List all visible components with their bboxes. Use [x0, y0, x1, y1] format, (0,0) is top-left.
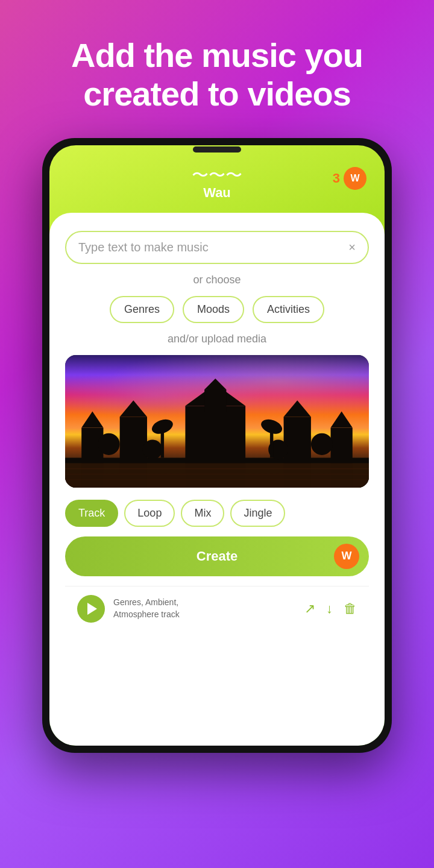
chip-moods[interactable]: Moods — [183, 296, 244, 323]
svg-marker-8 — [204, 379, 226, 389]
logo-wave-icon: 〜〜〜 — [192, 167, 242, 184]
create-icon: W — [334, 544, 359, 569]
media-image[interactable] — [65, 355, 369, 488]
credits-icon[interactable]: W — [344, 167, 366, 190]
tab-loop[interactable]: Loop — [124, 500, 175, 527]
phone-notch — [193, 146, 241, 153]
tab-track[interactable]: Track — [65, 500, 118, 527]
page-title-section: Add the music you created to videos — [0, 0, 434, 132]
tab-mix[interactable]: Mix — [181, 500, 224, 527]
download-icon[interactable]: ↓ — [326, 601, 333, 617]
search-clear-icon[interactable]: × — [348, 241, 356, 254]
svg-marker-4 — [120, 400, 147, 417]
svg-marker-12 — [331, 411, 353, 427]
logo-text: Wau — [203, 185, 231, 201]
chip-genres[interactable]: Genres — [110, 296, 174, 323]
credits-number: 3 — [333, 171, 340, 186]
white-content: Type text to make music × or choose Genr… — [49, 213, 385, 746]
play-icon — [87, 603, 97, 615]
phone-screen: 〜〜〜 Wau 3 W Type text to make music × — [49, 145, 385, 746]
upload-label: and/or upload media — [65, 333, 369, 345]
bottom-bar: Genres, Ambient, Atmosphere track ↗ ↓ 🗑 — [65, 586, 369, 631]
svg-rect-22 — [65, 463, 369, 488]
svg-rect-7 — [204, 389, 226, 411]
tab-jingle[interactable]: Jingle — [230, 500, 285, 527]
credits-badge[interactable]: 3 W — [333, 167, 366, 190]
delete-icon[interactable]: 🗑 — [344, 601, 357, 617]
svg-point-17 — [311, 433, 333, 454]
search-bar[interactable]: Type text to make music × — [65, 231, 369, 264]
app-content: 〜〜〜 Wau 3 W Type text to make music × — [49, 145, 385, 746]
share-icon[interactable]: ↗ — [304, 601, 315, 617]
or-choose-label: or choose — [65, 274, 369, 286]
svg-point-14 — [98, 433, 119, 454]
mode-tabs: Track Loop Mix Jingle — [65, 500, 369, 527]
svg-marker-10 — [284, 400, 311, 417]
create-label: Create — [197, 549, 237, 564]
track-info: Genres, Ambient, Atmosphere track — [113, 597, 296, 620]
chip-activities[interactable]: Activities — [253, 296, 324, 323]
page-title: Add the music you created to videos — [24, 36, 410, 114]
svg-rect-13 — [65, 458, 369, 463]
category-chips: Genres Moods Activities — [65, 296, 369, 323]
phone-frame: 〜〜〜 Wau 3 W Type text to make music × — [42, 138, 392, 753]
svg-point-15 — [143, 439, 163, 459]
bottom-actions: ↗ ↓ 🗑 — [304, 601, 357, 617]
search-placeholder: Type text to make music — [78, 241, 348, 254]
play-button[interactable] — [77, 595, 105, 623]
temple-silhouette — [65, 379, 369, 488]
svg-marker-2 — [81, 411, 103, 427]
logo-container: 〜〜〜 Wau — [192, 167, 242, 201]
app-header: 〜〜〜 Wau 3 W — [49, 145, 385, 213]
create-button[interactable]: Create W — [65, 536, 369, 576]
